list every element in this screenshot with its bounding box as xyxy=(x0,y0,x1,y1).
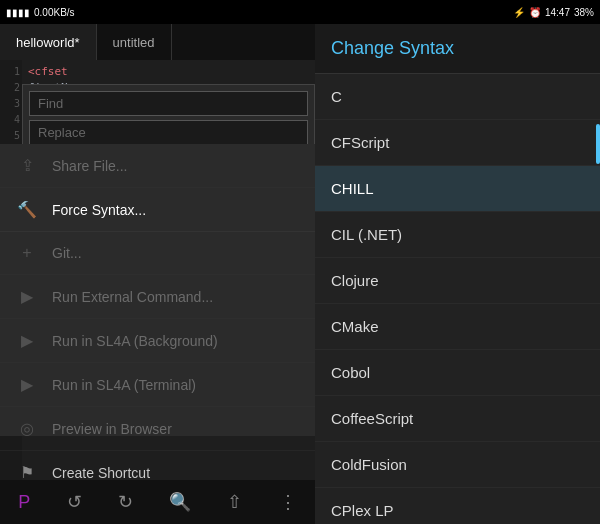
share-icon: ⇪ xyxy=(16,156,38,175)
menu-preview[interactable]: ◎ Preview in Browser xyxy=(0,407,315,451)
replace-input[interactable] xyxy=(29,120,308,145)
menu-run-background-label: Run in SL4A (Background) xyxy=(52,333,218,349)
scroll-indicator xyxy=(596,124,600,164)
status-bar: ▮▮▮▮ 0.00KB/s ⚡ ⏰ 14:47 38% xyxy=(0,0,600,24)
data-speed: 0.00KB/s xyxy=(34,7,75,18)
syntax-item-c[interactable]: C xyxy=(315,74,600,120)
menu-run-external-label: Run External Command... xyxy=(52,289,213,305)
syntax-item-cmake[interactable]: CMake xyxy=(315,304,600,350)
menu-run-terminal-label: Run in SL4A (Terminal) xyxy=(52,377,196,393)
plugin-button[interactable]: P xyxy=(10,484,38,521)
syntax-item-cplex[interactable]: CPlex LP xyxy=(315,488,600,520)
find-input[interactable] xyxy=(29,91,308,116)
redo-button[interactable]: ↻ xyxy=(110,483,141,521)
search-button[interactable]: 🔍 xyxy=(161,483,199,521)
upload-button[interactable]: ⇧ xyxy=(219,483,250,521)
syntax-item-cil[interactable]: CIL (.NET) xyxy=(315,212,600,258)
menu-shortcut[interactable]: ⚑ Create Shortcut xyxy=(0,451,315,480)
syntax-item-chill[interactable]: CHILL xyxy=(315,166,600,212)
bluetooth-icon: ⚡ xyxy=(513,7,525,18)
play-bg-icon: ▶ xyxy=(16,331,38,350)
battery-display: 38% xyxy=(574,7,594,18)
line-num: 5 xyxy=(2,128,20,144)
menu-share[interactable]: ⇪ Share File... xyxy=(0,144,315,188)
editor-container: helloworld* untitled 1 2 3 4 5 6 7 8 9 1… xyxy=(0,24,315,480)
line-num: 1 xyxy=(2,64,20,80)
menu-git[interactable]: + Git... xyxy=(0,232,315,275)
menu-git-label: Git... xyxy=(52,245,82,261)
menu-force-syntax[interactable]: 🔨 Force Syntax... xyxy=(0,188,315,232)
line-num: 3 xyxy=(2,96,20,112)
code-line: <cfset xyxy=(28,64,309,80)
tab-helloworld-label: helloworld* xyxy=(16,35,80,50)
signal-icon: ▮▮▮▮ xyxy=(6,7,30,18)
time-display: 14:47 xyxy=(545,7,570,18)
tab-untitled[interactable]: untitled xyxy=(97,24,172,60)
tab-bar: helloworld* untitled xyxy=(0,24,315,60)
menu-run-background[interactable]: ▶ Run in SL4A (Background) xyxy=(0,319,315,363)
git-icon: + xyxy=(16,244,38,262)
syntax-panel: Change Syntax C CFScript CHILL CIL (.NET… xyxy=(315,24,600,524)
line-num: 4 xyxy=(2,112,20,128)
line-num: 2 xyxy=(2,80,20,96)
globe-icon: ◎ xyxy=(16,419,38,438)
syntax-item-cobol[interactable]: Cobol xyxy=(315,350,600,396)
status-left: ▮▮▮▮ 0.00KB/s xyxy=(6,7,75,18)
more-button[interactable]: ⋮ xyxy=(271,483,305,521)
play-icon: ▶ xyxy=(16,287,38,306)
menu-force-syntax-label: Force Syntax... xyxy=(52,202,146,218)
context-menu: ⇪ Share File... 🔨 Force Syntax... + Git.… xyxy=(0,144,315,436)
menu-share-label: Share File... xyxy=(52,158,127,174)
syntax-panel-title: Change Syntax xyxy=(331,38,454,58)
menu-run-terminal[interactable]: ▶ Run in SL4A (Terminal) xyxy=(0,363,315,407)
undo-button[interactable]: ↺ xyxy=(59,483,90,521)
syntax-list[interactable]: C CFScript CHILL CIL (.NET) Clojure CMak… xyxy=(315,74,600,520)
tab-helloworld[interactable]: helloworld* xyxy=(0,24,97,60)
syntax-item-cfscript[interactable]: CFScript xyxy=(315,120,600,166)
syntax-item-clojure[interactable]: Clojure xyxy=(315,258,600,304)
status-right: ⚡ ⏰ 14:47 38% xyxy=(513,7,594,18)
menu-preview-label: Preview in Browser xyxy=(52,421,172,437)
tab-untitled-label: untitled xyxy=(113,35,155,50)
menu-shortcut-label: Create Shortcut xyxy=(52,465,150,481)
syntax-panel-header: Change Syntax xyxy=(315,24,600,74)
menu-run-external[interactable]: ▶ Run External Command... xyxy=(0,275,315,319)
syntax-item-coldfusion[interactable]: ColdFusion xyxy=(315,442,600,488)
alarm-icon: ⏰ xyxy=(529,7,541,18)
bottom-bar: P ↺ ↻ 🔍 ⇧ ⋮ xyxy=(0,480,315,524)
play-term-icon: ▶ xyxy=(16,375,38,394)
syntax-item-coffeescript[interactable]: CoffeeScript xyxy=(315,396,600,442)
wrench-icon: 🔨 xyxy=(16,200,38,219)
shortcut-icon: ⚑ xyxy=(16,463,38,480)
